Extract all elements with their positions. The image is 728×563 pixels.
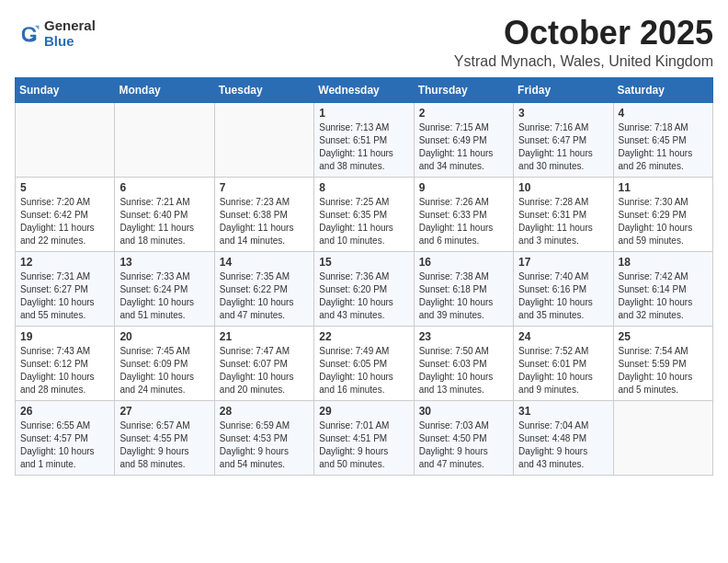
- day-info: Sunrise: 7:26 AM Sunset: 6:33 PM Dayligh…: [419, 196, 508, 247]
- calendar-cell: 6Sunrise: 7:21 AM Sunset: 6:40 PM Daylig…: [115, 177, 214, 251]
- calendar-cell: 12Sunrise: 7:31 AM Sunset: 6:27 PM Dayli…: [16, 251, 115, 326]
- calendar-cell: 1Sunrise: 7:13 AM Sunset: 6:51 PM Daylig…: [314, 102, 414, 177]
- day-number: 24: [518, 330, 608, 343]
- day-info: Sunrise: 7:54 AM Sunset: 5:59 PM Dayligh…: [619, 345, 708, 396]
- day-info: Sunrise: 7:50 AM Sunset: 6:03 PM Dayligh…: [419, 345, 508, 396]
- day-info: Sunrise: 7:28 AM Sunset: 6:31 PM Dayligh…: [518, 196, 608, 247]
- col-friday: Friday: [514, 77, 613, 102]
- calendar-cell: 4Sunrise: 7:18 AM Sunset: 6:45 PM Daylig…: [613, 102, 712, 177]
- calendar-cell: 16Sunrise: 7:38 AM Sunset: 6:18 PM Dayli…: [414, 251, 513, 326]
- day-info: Sunrise: 7:45 AM Sunset: 6:09 PM Dayligh…: [119, 345, 209, 396]
- day-info: Sunrise: 7:38 AM Sunset: 6:18 PM Dayligh…: [419, 270, 508, 322]
- col-tuesday: Tuesday: [214, 77, 313, 102]
- calendar-cell: 19Sunrise: 7:43 AM Sunset: 6:12 PM Dayli…: [16, 326, 115, 400]
- day-number: 18: [619, 256, 708, 269]
- day-info: Sunrise: 7:15 AM Sunset: 6:49 PM Dayligh…: [419, 121, 508, 173]
- day-number: 9: [419, 181, 508, 194]
- calendar-cell: 24Sunrise: 7:52 AM Sunset: 6:01 PM Dayli…: [514, 326, 613, 400]
- day-number: 25: [619, 330, 708, 343]
- calendar-cell: 23Sunrise: 7:50 AM Sunset: 6:03 PM Dayli…: [414, 326, 513, 400]
- calendar-cell: 30Sunrise: 7:03 AM Sunset: 4:50 PM Dayli…: [414, 400, 513, 475]
- month-title: October 2025: [454, 15, 713, 52]
- calendar-cell: 2Sunrise: 7:15 AM Sunset: 6:49 PM Daylig…: [414, 102, 513, 177]
- day-info: Sunrise: 7:30 AM Sunset: 6:29 PM Dayligh…: [619, 196, 708, 247]
- day-info: Sunrise: 7:52 AM Sunset: 6:01 PM Dayligh…: [518, 345, 608, 396]
- day-number: 5: [20, 181, 109, 194]
- day-number: 23: [419, 330, 508, 343]
- day-number: 7: [220, 181, 309, 194]
- calendar-cell: 9Sunrise: 7:26 AM Sunset: 6:33 PM Daylig…: [414, 177, 513, 251]
- day-info: Sunrise: 6:55 AM Sunset: 4:57 PM Dayligh…: [20, 419, 109, 471]
- calendar-cell: 13Sunrise: 7:33 AM Sunset: 6:24 PM Dayli…: [115, 251, 214, 326]
- day-info: Sunrise: 7:01 AM Sunset: 4:51 PM Dayligh…: [319, 419, 408, 471]
- logo-text: General Blue: [44, 18, 96, 49]
- title-block: October 2025 Ystrad Mynach, Wales, Unite…: [454, 15, 713, 70]
- day-number: 11: [619, 181, 708, 194]
- calendar-week-5: 26Sunrise: 6:55 AM Sunset: 4:57 PM Dayli…: [16, 400, 713, 475]
- day-number: 20: [119, 330, 209, 343]
- day-info: Sunrise: 7:31 AM Sunset: 6:27 PM Dayligh…: [20, 270, 109, 322]
- calendar-cell: 10Sunrise: 7:28 AM Sunset: 6:31 PM Dayli…: [514, 177, 613, 251]
- day-info: Sunrise: 7:21 AM Sunset: 6:40 PM Dayligh…: [119, 196, 209, 247]
- day-info: Sunrise: 7:20 AM Sunset: 6:42 PM Dayligh…: [20, 196, 109, 247]
- day-number: 10: [518, 181, 608, 194]
- day-number: 22: [319, 330, 408, 343]
- logo-blue-text: Blue: [44, 34, 96, 50]
- day-info: Sunrise: 7:16 AM Sunset: 6:47 PM Dayligh…: [518, 121, 608, 173]
- day-number: 2: [419, 107, 508, 120]
- day-info: Sunrise: 7:04 AM Sunset: 4:48 PM Dayligh…: [518, 419, 608, 471]
- day-info: Sunrise: 7:40 AM Sunset: 6:16 PM Dayligh…: [518, 270, 608, 322]
- calendar-cell: 31Sunrise: 7:04 AM Sunset: 4:48 PM Dayli…: [514, 400, 613, 475]
- calendar-week-4: 19Sunrise: 7:43 AM Sunset: 6:12 PM Dayli…: [16, 326, 713, 400]
- day-info: Sunrise: 7:03 AM Sunset: 4:50 PM Dayligh…: [419, 419, 508, 471]
- day-number: 12: [20, 256, 109, 269]
- day-info: Sunrise: 7:25 AM Sunset: 6:35 PM Dayligh…: [319, 196, 408, 247]
- day-number: 4: [619, 107, 708, 120]
- day-number: 13: [119, 256, 209, 269]
- day-info: Sunrise: 7:36 AM Sunset: 6:20 PM Dayligh…: [319, 270, 408, 322]
- col-monday: Monday: [115, 77, 214, 102]
- day-number: 16: [419, 256, 508, 269]
- day-info: Sunrise: 6:57 AM Sunset: 4:55 PM Dayligh…: [119, 419, 209, 471]
- day-number: 29: [319, 405, 408, 418]
- calendar-cell: 20Sunrise: 7:45 AM Sunset: 6:09 PM Dayli…: [115, 326, 214, 400]
- day-number: 6: [119, 181, 209, 194]
- day-info: Sunrise: 7:47 AM Sunset: 6:07 PM Dayligh…: [220, 345, 309, 396]
- day-number: 15: [319, 256, 408, 269]
- calendar-cell: 22Sunrise: 7:49 AM Sunset: 6:05 PM Dayli…: [314, 326, 414, 400]
- day-info: Sunrise: 6:59 AM Sunset: 4:53 PM Dayligh…: [220, 419, 309, 471]
- day-number: 26: [20, 405, 109, 418]
- day-info: Sunrise: 7:35 AM Sunset: 6:22 PM Dayligh…: [220, 270, 309, 322]
- subtitle: Ystrad Mynach, Wales, United Kingdom: [454, 53, 713, 70]
- day-info: Sunrise: 7:43 AM Sunset: 6:12 PM Dayligh…: [20, 345, 109, 396]
- calendar-cell: 17Sunrise: 7:40 AM Sunset: 6:16 PM Dayli…: [514, 251, 613, 326]
- calendar-cell: [613, 400, 712, 475]
- day-number: 17: [518, 256, 608, 269]
- day-info: Sunrise: 7:13 AM Sunset: 6:51 PM Dayligh…: [319, 121, 408, 173]
- calendar-cell: 8Sunrise: 7:25 AM Sunset: 6:35 PM Daylig…: [314, 177, 414, 251]
- day-info: Sunrise: 7:42 AM Sunset: 6:14 PM Dayligh…: [619, 270, 708, 322]
- calendar-cell: 26Sunrise: 6:55 AM Sunset: 4:57 PM Dayli…: [16, 400, 115, 475]
- day-number: 1: [319, 107, 408, 120]
- calendar-cell: [16, 102, 115, 177]
- logo: General Blue: [15, 18, 96, 49]
- day-number: 30: [419, 405, 508, 418]
- day-number: 19: [20, 330, 109, 343]
- day-info: Sunrise: 7:18 AM Sunset: 6:45 PM Dayligh…: [619, 121, 708, 173]
- calendar-cell: 11Sunrise: 7:30 AM Sunset: 6:29 PM Dayli…: [613, 177, 712, 251]
- calendar-cell: 15Sunrise: 7:36 AM Sunset: 6:20 PM Dayli…: [314, 251, 414, 326]
- logo-general-text: General: [44, 18, 96, 34]
- calendar-cell: 7Sunrise: 7:23 AM Sunset: 6:38 PM Daylig…: [214, 177, 313, 251]
- day-number: 31: [518, 405, 608, 418]
- day-number: 21: [220, 330, 309, 343]
- calendar-week-1: 1Sunrise: 7:13 AM Sunset: 6:51 PM Daylig…: [16, 102, 713, 177]
- calendar-cell: 27Sunrise: 6:57 AM Sunset: 4:55 PM Dayli…: [115, 400, 214, 475]
- day-number: 27: [119, 405, 209, 418]
- day-info: Sunrise: 7:33 AM Sunset: 6:24 PM Dayligh…: [119, 270, 209, 322]
- calendar-cell: 3Sunrise: 7:16 AM Sunset: 6:47 PM Daylig…: [514, 102, 613, 177]
- day-number: 28: [220, 405, 309, 418]
- header: General Blue October 2025 Ystrad Mynach,…: [15, 15, 713, 70]
- day-number: 14: [220, 256, 309, 269]
- col-thursday: Thursday: [414, 77, 513, 102]
- header-row: Sunday Monday Tuesday Wednesday Thursday…: [16, 77, 713, 102]
